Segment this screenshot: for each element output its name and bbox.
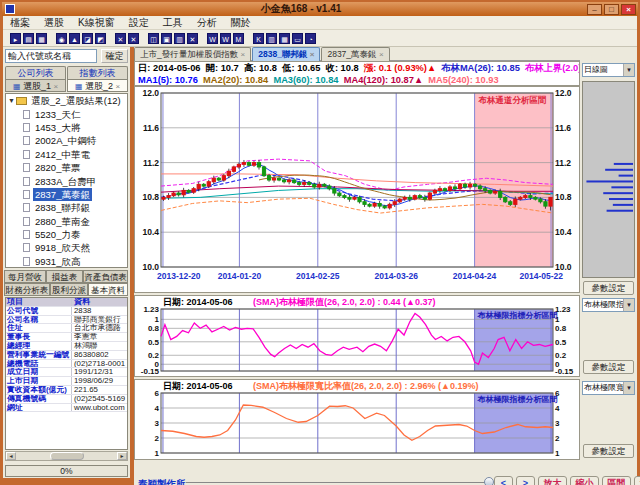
new-icon[interactable]: ▸ bbox=[10, 33, 21, 44]
save-icon[interactable]: ▦ bbox=[36, 33, 47, 44]
row-label[interactable]: 上市日期 bbox=[6, 377, 72, 385]
tab-財務分析表[interactable]: 財務分析表 bbox=[4, 283, 50, 296]
bottom-button-區間[interactable]: 區間 bbox=[602, 476, 631, 485]
doc-tab-上市_發行量加權股價指數[interactable]: 上市_發行量加權股價指數 × bbox=[134, 47, 251, 61]
menu-分析[interactable]: 分析 bbox=[190, 16, 224, 30]
edit-icon[interactable]: ◪ bbox=[82, 33, 93, 44]
camera-icon[interactable]: ◉ bbox=[56, 33, 67, 44]
row-label[interactable]: 營利事業統一編號 bbox=[6, 351, 72, 359]
chevron-down-icon[interactable]: ▼ bbox=[623, 64, 634, 76]
close-tab-icon[interactable]: × bbox=[310, 50, 315, 59]
close-button[interactable]: × bbox=[621, 4, 636, 15]
tab-每月營收[interactable]: 每月營收 bbox=[4, 270, 46, 283]
grid-icon[interactable]: ▣ bbox=[161, 33, 172, 44]
tab-基本資料[interactable]: 基本資料 bbox=[88, 283, 128, 296]
scroll-right-icon[interactable]: ▸ bbox=[117, 452, 127, 460]
tree-item-2837_萬泰銀[interactable]: 2837_萬泰銀 bbox=[6, 188, 127, 201]
menu-工具[interactable]: 工具 bbox=[156, 16, 190, 30]
menu-關於[interactable]: 關於 bbox=[224, 16, 258, 30]
tree-item-1233_天仁[interactable]: 1233_天仁 bbox=[6, 107, 127, 120]
bollinger-limit-chart[interactable]: 1.231.23110.80.80.50.50.20.200-0.15-0.15… bbox=[134, 295, 580, 377]
row-label[interactable]: 傳真機號碼 bbox=[6, 395, 72, 403]
tree-item-2412_中華電[interactable]: 2412_中華電 bbox=[6, 148, 127, 161]
tab-選股_2[interactable]: ▦ 選股_2 × bbox=[67, 79, 128, 92]
maximize-button[interactable]: □ bbox=[604, 4, 619, 15]
bottom-button-縮小[interactable]: 縮小 bbox=[570, 476, 599, 485]
menu-檔案[interactable]: 檔案 bbox=[3, 16, 37, 30]
chevron-down-icon[interactable]: ▼ bbox=[623, 299, 634, 311]
tree-item-2833A_台壽甲[interactable]: 2833A_台壽甲 bbox=[6, 174, 127, 187]
row-label[interactable]: 網址 bbox=[6, 404, 72, 412]
row-label[interactable]: 住址 bbox=[6, 324, 72, 332]
tab-損益表[interactable]: 損益表 bbox=[46, 270, 83, 283]
stock-tree[interactable]: ▼選股_2_選股結果(12)1233_天仁1453_大將2002A_中鋼特241… bbox=[5, 93, 128, 268]
sub2-indicator-dropdown[interactable]: 布林極限寬.. ▼ bbox=[582, 381, 635, 395]
tab-資產負債表[interactable]: 資產負債表 bbox=[83, 270, 128, 283]
cross-icon[interactable]: ✕ bbox=[128, 33, 139, 44]
sub2-param-button[interactable]: 參數設定 bbox=[583, 444, 634, 458]
sub1-param-button[interactable]: 參數設定 bbox=[583, 360, 634, 374]
row-label[interactable]: 成立日期 bbox=[6, 368, 72, 376]
row-label[interactable]: 公司名稱 bbox=[6, 316, 72, 324]
expander-icon[interactable]: ▼ bbox=[8, 94, 15, 107]
bottom-button-還原[interactable]: 還原 bbox=[634, 476, 640, 485]
title-bar[interactable]: 小金魚168 - v1.41 – □ × bbox=[2, 2, 638, 16]
close-tab-icon[interactable]: × bbox=[53, 82, 58, 91]
wave2-icon[interactable]: W bbox=[220, 33, 231, 44]
close-tab-icon[interactable]: × bbox=[379, 50, 384, 59]
tree-item-2880_華南金[interactable]: 2880_華南金 bbox=[6, 215, 127, 228]
close-window-icon[interactable]: ✕ bbox=[187, 33, 198, 44]
table-horizontal-scrollbar[interactable]: ◂ ▸ bbox=[5, 451, 128, 461]
row-label[interactable]: 總機電話 bbox=[6, 360, 72, 368]
main-price-chart[interactable]: 12.012.011.611.611.211.210.810.810.410.4… bbox=[134, 86, 580, 293]
doc-tab-2837_萬泰銀[interactable]: 2837_萬泰銀 × bbox=[321, 47, 389, 61]
tree-item-2820_華票[interactable]: 2820_華票 bbox=[6, 161, 127, 174]
doc-tab-2838_聯邦銀[interactable]: 2838_聯邦銀 × bbox=[252, 47, 320, 61]
menu-設定[interactable]: 設定 bbox=[122, 16, 156, 30]
wave3-icon[interactable]: M bbox=[233, 33, 244, 44]
scissors-icon[interactable]: ✕ bbox=[115, 33, 126, 44]
book-icon[interactable]: ▥ bbox=[174, 33, 185, 44]
menu-選股[interactable]: 選股 bbox=[37, 16, 71, 30]
gear-icon[interactable]: ◔ bbox=[305, 33, 316, 44]
open-icon[interactable]: ▤ bbox=[23, 33, 34, 44]
tree-item-1453_大將[interactable]: 1453_大將 bbox=[6, 121, 127, 134]
tree-item-5520_力泰[interactable]: 5520_力泰 bbox=[6, 228, 127, 241]
pen-icon[interactable]: ◩ bbox=[95, 33, 106, 44]
row-label[interactable]: 董事長 bbox=[6, 333, 72, 341]
tab-選股_1[interactable]: ▦ 選股_1 × bbox=[5, 79, 66, 92]
tree-item-9918_欣天然[interactable]: 9918_欣天然 bbox=[6, 241, 127, 254]
close-tab-icon[interactable]: × bbox=[115, 82, 120, 91]
row-label[interactable]: 總經理 bbox=[6, 342, 72, 350]
bollinger-width-chart[interactable]: 6644332211布林極限指標分析區間日期: 2014-05-06(SMA)布… bbox=[134, 379, 580, 460]
row-label[interactable]: 公司代號 bbox=[6, 307, 72, 315]
tab-company-list[interactable]: 公司列表 bbox=[5, 66, 66, 79]
chart-col-icon[interactable]: ▦ bbox=[279, 33, 290, 44]
chevron-down-icon[interactable]: ▼ bbox=[623, 382, 634, 394]
sub1-indicator-dropdown[interactable]: 布林極限指標 ▼ bbox=[582, 298, 635, 312]
tab-index-list[interactable]: 指數列表 bbox=[67, 66, 128, 79]
kline-icon[interactable]: K bbox=[253, 33, 264, 44]
search-confirm-button[interactable]: 確定 bbox=[101, 49, 128, 63]
scroll-left-icon[interactable]: ◂ bbox=[6, 452, 16, 460]
menu-K線視窗[interactable]: K線視窗 bbox=[71, 16, 122, 30]
bottom-button-<[interactable]: < bbox=[494, 476, 513, 485]
row-label[interactable]: 實收資本額(億元) bbox=[6, 386, 72, 394]
tab-股利分派[interactable]: 股利分派 bbox=[50, 283, 88, 296]
tree-root[interactable]: ▼選股_2_選股結果(12) bbox=[6, 94, 127, 107]
search-input[interactable] bbox=[5, 49, 97, 63]
scroll-thumb[interactable] bbox=[50, 452, 84, 460]
folder2-icon[interactable]: ▭ bbox=[292, 33, 303, 44]
main-param-button[interactable]: 參數設定 bbox=[583, 281, 634, 295]
mountain-icon[interactable]: ▲ bbox=[69, 33, 80, 44]
close-tab-icon[interactable]: × bbox=[241, 50, 246, 59]
minimize-button[interactable]: – bbox=[587, 4, 602, 15]
tree-item-9931_欣高[interactable]: 9931_欣高 bbox=[6, 255, 127, 268]
chart-bar-icon[interactable]: ▥ bbox=[266, 33, 277, 44]
chart-type-dropdown[interactable]: 日線圖 ▼ bbox=[582, 63, 635, 77]
bottom-button-放大[interactable]: 放大 bbox=[538, 476, 567, 485]
bottom-button->[interactable]: > bbox=[516, 476, 535, 485]
tree-item-2002A_中鋼特[interactable]: 2002A_中鋼特 bbox=[6, 134, 127, 147]
wave1-icon[interactable]: W bbox=[207, 33, 218, 44]
timeline-slider-track[interactable] bbox=[186, 482, 492, 483]
